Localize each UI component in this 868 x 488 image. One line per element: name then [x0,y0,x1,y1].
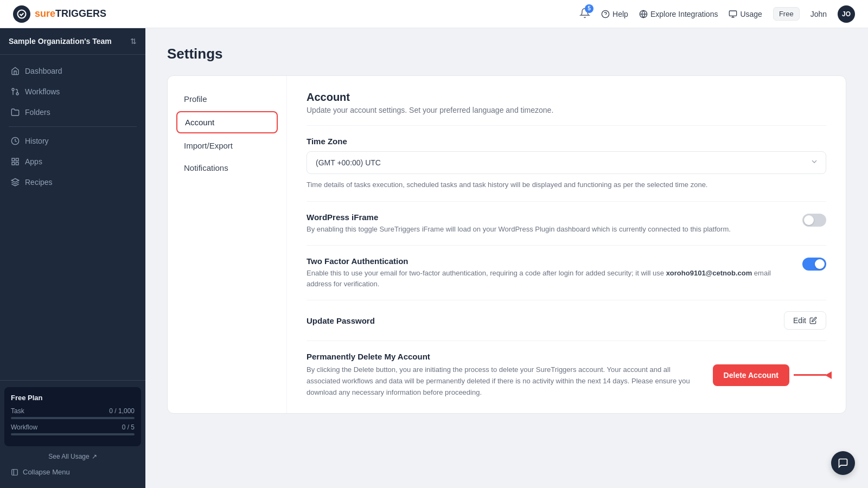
wordpress-iframe-info: WordPress iFrame By enabling this toggle… [307,213,794,235]
two-factor-info: Two Factor Authentication Enable this to… [307,256,794,289]
org-switch-icon: ⇅ [130,37,137,46]
workflow-bar [11,433,135,435]
delete-desc: By clicking the Delete button, you are i… [307,364,704,398]
collapse-menu[interactable]: Collapse Menu [4,463,141,481]
edit-icon [809,317,817,324]
sidebar-item-history[interactable]: History [4,131,141,151]
chat-icon [838,458,848,468]
task-value: 0 / 1,000 [109,407,135,415]
task-label: Task [11,407,24,415]
notification-count: 5 [585,4,593,13]
arrow-line [794,374,826,376]
sidebar-item-label: Recipes [25,178,53,187]
sidebar-item-workflows[interactable]: Workflows [4,82,141,101]
plan-title: Free Plan [11,394,135,402]
divider-5 [307,341,826,341]
sidebar-nav: Dashboard Workflows Folders History [0,55,145,380]
explore-integrations-link[interactable]: Explore Integrations [639,10,718,18]
notification-bell[interactable]: 5 [579,8,590,21]
logo-icon [13,5,30,23]
grid-icon [11,157,20,166]
settings-account-content: Account Update your account settings. Se… [287,76,846,413]
settings-nav-profile[interactable]: Profile [176,89,278,109]
sidebar-item-label: Apps [25,157,42,166]
task-bar [11,417,135,419]
two-factor-toggle[interactable] [802,258,826,271]
svg-rect-15 [12,162,15,165]
wordpress-iframe-title: WordPress iFrame [307,213,794,222]
settings-nav-account[interactable]: Account [176,111,278,133]
svg-point-8 [16,93,18,95]
top-nav: sureTRIGGERS 5 Help Explore Integrations [0,0,868,28]
sidebar-bottom: Free Plan Task 0 / 1,000 Workflow 0 / 5 … [0,380,145,488]
timezone-label: Time Zone [307,137,826,146]
arrow-annotation [794,374,826,376]
collapse-icon [11,468,18,476]
logo-text: sureTRIGGERS [35,8,106,20]
sidebar-item-recipes[interactable]: Recipes [4,172,141,192]
timezone-help: Time details of tasks execution, schedul… [307,179,826,190]
clock-icon [11,137,20,145]
settings-card: Profile Account Import/Export Notificati… [167,75,846,414]
user-name: John [810,10,827,18]
external-link-icon: ↗ [92,453,97,460]
delete-action-area: Delete Account [713,364,826,386]
logo-area: sureTRIGGERS [13,5,106,23]
workflow-value: 0 / 5 [122,423,135,431]
svg-rect-14 [16,162,18,165]
two-factor-row: Two Factor Authentication Enable this to… [307,256,826,289]
page-title: Settings [167,46,846,62]
sidebar-item-apps[interactable]: Apps [4,152,141,171]
delete-info: Permanently Delete My Account By clickin… [307,352,704,398]
sidebar-item-folders[interactable]: Folders [4,102,141,122]
top-nav-right: 5 Help Explore Integrations Usage Free J… [579,5,855,23]
divider-2 [307,201,826,202]
svg-point-9 [12,88,14,91]
divider-1 [307,125,826,126]
account-section-title: Account [307,91,826,104]
settings-nav-notifications[interactable]: Notifications [176,158,278,178]
usage-link[interactable]: Usage [729,10,762,18]
svg-rect-17 [12,469,18,475]
timezone-select[interactable]: (GMT +00:00) UTC [307,151,826,174]
svg-point-0 [18,10,26,18]
plan-badge: Free [773,7,800,21]
sidebar-item-label: Workflows [25,87,60,96]
svg-rect-13 [16,158,18,161]
arrow-head-right [825,371,832,379]
workflows-icon [11,87,20,96]
home-icon [11,67,20,75]
layers-icon [11,178,20,187]
org-name: Sample Organization's Team [9,37,112,46]
two-factor-title: Two Factor Authentication [307,256,794,266]
sidebar-divider [9,126,137,127]
update-password-label: Update Password [307,316,375,325]
two-factor-email[interactable]: xoroho9101@cetnob.com [666,269,752,277]
wordpress-iframe-toggle[interactable] [802,214,826,227]
account-section-desc: Update your account settings. Set your p… [307,106,826,114]
workflow-label: Workflow [11,423,37,431]
settings-sidebar: Profile Account Import/Export Notificati… [168,76,287,413]
see-all-usage[interactable]: See All Usage ↗ [4,451,141,463]
wordpress-iframe-desc: By enabling this toggle SureTriggers iFr… [307,224,794,235]
svg-marker-16 [11,178,18,182]
two-factor-desc: Enable this to use your email for two-fa… [307,268,794,289]
settings-nav-import-export[interactable]: Import/Export [176,136,278,156]
svg-rect-12 [12,158,15,161]
workflow-row: Workflow 0 / 5 [11,423,135,431]
layout: Sample Organization's Team ⇅ Dashboard W… [0,28,868,488]
wordpress-iframe-row: WordPress iFrame By enabling this toggle… [307,213,826,235]
timezone-select-wrapper: (GMT +00:00) UTC [307,151,826,174]
org-switcher[interactable]: Sample Organization's Team ⇅ [0,28,145,55]
edit-password-button[interactable]: Edit [784,311,826,330]
sidebar-item-dashboard[interactable]: Dashboard [4,61,141,81]
delete-account-button[interactable]: Delete Account [713,364,789,386]
update-password-row: Update Password Edit [307,311,826,330]
main-content: Settings Profile Account Import/Export N… [145,28,868,488]
plan-section: Free Plan Task 0 / 1,000 Workflow 0 / 5 [4,387,141,446]
help-link[interactable]: Help [601,10,628,18]
sidebar-item-label: History [25,137,49,145]
chat-button[interactable] [831,451,855,475]
sidebar-item-label: Folders [25,108,50,117]
task-row: Task 0 / 1,000 [11,407,135,415]
